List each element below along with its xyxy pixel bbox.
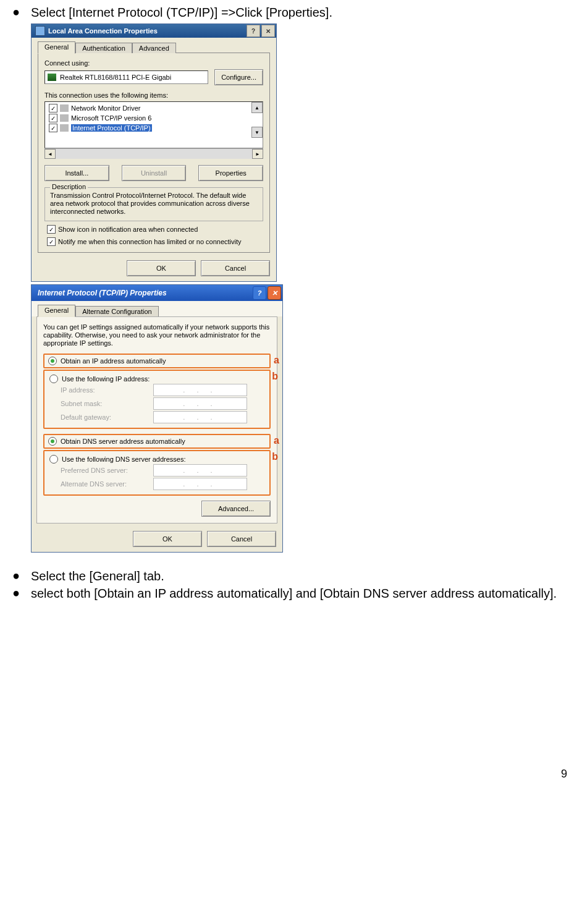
radio-selected[interactable] [48,357,57,365]
use-ip-box: Use the following IP address: b IP addre… [43,370,271,429]
obtain-ip-label: Obtain an IP address automatically [61,357,166,365]
local-area-connection-properties-window: Local Area Connection Properties ? ✕ Gen… [31,23,277,282]
tab-advanced[interactable]: Advanced [132,43,176,53]
bullet-text: Select [Internet Protocol (TCP/IP)] =>Cl… [31,5,332,20]
tab-bar: General Alternate Configuration [32,301,282,316]
network-icon [35,26,45,36]
radio-selected[interactable] [48,437,57,446]
use-dns-box: Use the following DNS server addresses: … [43,450,271,496]
checkbox[interactable]: ✓ [49,124,57,132]
protocol-icon [60,104,69,112]
notify-row[interactable]: ✓ Notify me when this connection has lim… [44,237,263,246]
uses-items-label: This connection uses the following items… [44,91,263,99]
scroll-left-button[interactable]: ◄ [44,149,56,159]
close-button[interactable]: ✕ [268,286,281,300]
properties-button[interactable]: Properties [198,165,263,181]
bullet-item: ● select both [Obtain an IP address auto… [12,586,570,601]
bullet-item: ● Select the [General] tab. [12,569,570,583]
install-button[interactable]: Install... [44,165,109,181]
pref-dns-field[interactable]: . . . [153,464,247,477]
description-label: Description [50,183,88,190]
ok-button[interactable]: OK [127,260,196,276]
protocol-icon [60,124,69,132]
gateway-field[interactable]: . . . [153,411,247,423]
checkbox[interactable]: ✓ [47,225,56,234]
obtain-dns-label: Obtain DNS server address automatically [61,438,185,445]
radio-unselected[interactable] [49,375,58,383]
alt-dns-label: Alternate DNS server: [49,480,153,488]
notify-label: Notify me when this connection has limit… [58,238,242,245]
ip-address-field[interactable]: . . . [153,384,247,396]
annotation-b: b [272,371,278,382]
radio-unselected[interactable] [49,455,58,464]
description-text: Transmission Control Protocol/Internet P… [50,192,258,216]
uninstall-button: Uninstall [122,165,187,181]
tab-body: Connect using: Realtek RTL8168/8111 PCI-… [38,53,270,253]
list-item[interactable]: ✓ Internet Protocol (TCP/IP) [46,123,261,133]
annotation-b: b [272,451,278,462]
intro-text: You can get IP settings assigned automat… [43,323,271,347]
close-button[interactable]: ✕ [261,25,275,37]
ok-button[interactable]: OK [133,531,202,547]
help-button[interactable]: ? [247,25,260,37]
subnet-row: Subnet mask: . . . [49,397,264,410]
title-bar: Internet Protocol (TCP/IP) Properties ? … [32,285,282,301]
tab-bar: General Authentication Advanced [32,38,276,53]
alt-dns-row: Alternate DNS server: . . . [49,477,264,491]
description-groupbox: Description Transmission Control Protoco… [44,187,263,221]
page-number: 9 [12,768,570,781]
nic-name: Realtek RTL8168/8111 PCI-E Gigabi [60,74,171,81]
scroll-up-button[interactable]: ▲ [251,102,263,113]
protocol-icon [60,114,69,122]
use-dns-label: Use the following DNS server addresses: [62,456,186,463]
tab-general[interactable]: General [38,41,75,54]
ip-address-row: IP address: . . . [49,383,264,397]
items-listbox[interactable]: ✓ Network Monitor Driver ✓ Microsoft TCP… [44,101,263,148]
obtain-dns-radio-row[interactable]: Obtain DNS server address automatically … [43,434,271,449]
gateway-row: Default gateway: . . . [49,410,264,424]
list-item-label: Network Monitor Driver [71,104,140,112]
list-item-label: Microsoft TCP/IP version 6 [71,114,151,122]
bullet-icon: ● [12,569,31,582]
obtain-ip-radio-row[interactable]: Obtain an IP address automatically a [43,354,271,368]
annotation-a: a [274,435,279,446]
tcpip-properties-window: Internet Protocol (TCP/IP) Properties ? … [31,284,283,553]
subnet-field[interactable]: . . . [153,397,247,410]
list-item-label-selected: Internet Protocol (TCP/IP) [71,124,152,132]
bullet-icon: ● [12,586,31,600]
alt-dns-field[interactable]: . . . [153,478,247,490]
scroll-right-button[interactable]: ► [252,149,263,159]
scroll-down-button[interactable]: ▼ [251,127,263,138]
checkbox[interactable]: ✓ [49,114,57,122]
pref-dns-row: Preferred DNS server: . . . [49,464,264,477]
configure-button[interactable]: Configure... [214,69,263,85]
window-title: Local Area Connection Properties [48,27,158,35]
ip-address-label: IP address: [49,386,153,394]
horizontal-scrollbar[interactable]: ◄ ► [44,148,263,159]
nic-icon [48,74,56,81]
checkbox[interactable]: ✓ [49,104,57,112]
tab-body: You can get IP settings assigned automat… [36,316,277,523]
pref-dns-label: Preferred DNS server: [49,467,153,474]
bullet-text: select both [Obtain an IP address automa… [31,586,557,601]
tab-general[interactable]: General [38,305,75,317]
show-icon-row[interactable]: ✓ Show icon in notification area when co… [44,225,263,234]
subnet-label: Subnet mask: [49,400,153,407]
cancel-button[interactable]: Cancel [201,260,270,276]
advanced-button[interactable]: Advanced... [201,501,271,517]
list-item[interactable]: ✓ Network Monitor Driver [46,103,261,113]
window-title: Internet Protocol (TCP/IP) Properties [38,289,167,297]
title-bar: Local Area Connection Properties ? ✕ [32,24,276,38]
tab-authentication[interactable]: Authentication [75,43,132,53]
gateway-label: Default gateway: [49,413,153,421]
cancel-button[interactable]: Cancel [207,531,276,547]
checkbox[interactable]: ✓ [47,237,56,246]
help-button[interactable]: ? [253,286,266,300]
nic-field: Realtek RTL8168/8111 PCI-E Gigabi [44,70,208,84]
annotation-a: a [274,355,279,366]
use-ip-label: Use the following IP address: [62,375,150,383]
bullet-text: Select the [General] tab. [31,569,164,583]
connect-using-label: Connect using: [44,59,263,67]
tab-alternate-configuration[interactable]: Alternate Configuration [75,306,159,316]
list-item[interactable]: ✓ Microsoft TCP/IP version 6 [46,113,261,123]
